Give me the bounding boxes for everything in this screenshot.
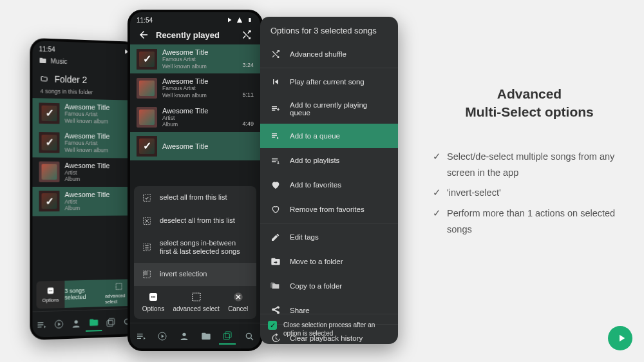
- heart-icon: [270, 180, 281, 190]
- tab-artist[interactable]: [176, 328, 193, 345]
- song-row[interactable]: Awesome TitleArtistAlbum: [32, 187, 136, 216]
- tab-queue[interactable]: [133, 328, 149, 345]
- svg-point-6: [75, 320, 78, 324]
- divider: [260, 223, 398, 224]
- advanced-select-icon: [191, 291, 202, 303]
- options-button[interactable]: Options: [142, 291, 164, 312]
- options-icon: [46, 286, 55, 295]
- selection-bar: Options 3 songs selected advanced select: [36, 279, 132, 309]
- song-title: Awesome Title: [162, 107, 237, 115]
- advanced-option-label: invert selection: [160, 270, 249, 279]
- divider: [260, 68, 398, 68]
- sheet-item[interactable]: Add to playlists: [260, 148, 398, 173]
- album-art: [39, 162, 60, 182]
- song-album: Well known album: [64, 117, 129, 125]
- album-art: [137, 78, 157, 99]
- sheet-item[interactable]: Copy to a folder: [260, 274, 398, 298]
- sheet-item-label: Remove from favorites: [290, 205, 365, 213]
- tab-queue[interactable]: [33, 316, 50, 333]
- svg-rect-4: [116, 283, 122, 289]
- song-meta: Awesome TitleArtistAlbum: [64, 161, 129, 183]
- app-fab-icon: [608, 326, 632, 350]
- song-row[interactable]: Awesome TitleFamous ArtistWell known alb…: [130, 73, 260, 102]
- tab-library[interactable]: [219, 328, 236, 345]
- sheet-item[interactable]: Play after current song: [260, 70, 398, 94]
- song-row[interactable]: Awesome Title: [130, 132, 260, 160]
- options-button[interactable]: Options: [36, 281, 64, 309]
- sheet-item[interactable]: Edit tags: [260, 225, 398, 249]
- tab-library[interactable]: [102, 314, 118, 331]
- shuffle-icon: [270, 49, 281, 59]
- select-icon: [142, 242, 152, 252]
- back-icon[interactable]: [138, 29, 149, 41]
- svg-rect-24: [223, 333, 229, 339]
- song-title: Awesome Title: [162, 142, 254, 150]
- advanced-option[interactable]: invert selection: [134, 263, 256, 286]
- advanced-option-label: select songs in-between first & last sel…: [160, 239, 249, 257]
- album-art: [137, 49, 157, 70]
- folder-outline-icon: [41, 75, 48, 82]
- tab-play[interactable]: [51, 315, 68, 332]
- phone-left: 11:54 Music Folder 2 4 songs in this fol…: [30, 38, 138, 340]
- song-duration: 5:11: [242, 91, 254, 99]
- checkbox-icon[interactable]: ✓: [268, 321, 277, 330]
- song-row[interactable]: Awesome TitleArtistAlbum4:49: [130, 103, 260, 132]
- sheet-item[interactable]: Remove from favorites: [260, 197, 398, 222]
- movefolder-icon: [270, 256, 281, 267]
- phone-center: 11:54 Recently played Awesome TitleFamou…: [128, 10, 263, 351]
- svg-rect-11: [144, 194, 151, 201]
- song-album: Well known album: [64, 147, 129, 155]
- song-artist: Artist: [162, 115, 237, 122]
- tab-play[interactable]: [154, 328, 171, 345]
- advanced-select-panel: select all from this listdeselect all fr…: [134, 186, 256, 319]
- sheet-footer-label: Close selection process after an option …: [283, 321, 390, 338]
- status-time: 11:54: [39, 45, 55, 53]
- svg-point-25: [246, 333, 251, 338]
- song-row[interactable]: Awesome TitleFamous ArtistWell known alb…: [32, 98, 136, 129]
- album-art: [39, 132, 60, 153]
- promo-text: Advanced Multi-Select options Select/de-…: [433, 85, 626, 242]
- sheet-item[interactable]: Add to a queue: [260, 124, 398, 148]
- album-art: [137, 107, 157, 128]
- advanced-option[interactable]: select all from this list: [134, 186, 256, 209]
- song-row[interactable]: Awesome TitleFamous ArtistWell known alb…: [130, 44, 260, 73]
- svg-rect-7: [109, 318, 115, 325]
- queueadd-icon: [270, 104, 281, 114]
- sheet-item[interactable]: Add to currently playing queue: [260, 94, 398, 124]
- sheet-item-label: Play after current song: [290, 78, 365, 86]
- song-meta: Awesome TitleArtistAlbum: [64, 191, 129, 212]
- album-art: [137, 136, 157, 157]
- song-album: Album: [162, 121, 237, 128]
- song-duration: 4:49: [242, 120, 254, 128]
- advanced-option[interactable]: deselect all from this list: [134, 209, 256, 233]
- sheet-title: Options for 3 selected songs: [260, 17, 398, 42]
- song-row[interactable]: Awesome TitleArtistAlbum: [32, 157, 136, 187]
- select-icon: [142, 269, 152, 280]
- promo-bullet: Select/de-select multiple songs from any…: [433, 149, 626, 182]
- svg-rect-23: [225, 332, 231, 338]
- song-row[interactable]: Awesome TitleFamous ArtistWell known alb…: [32, 128, 136, 158]
- sheet-item[interactable]: Advanced shuffle: [260, 42, 398, 66]
- song-album: Album: [64, 205, 129, 212]
- advanced-option[interactable]: select songs in-between first & last sel…: [134, 233, 256, 263]
- advanced-select-button[interactable]: advanced select: [173, 291, 220, 312]
- folder-header: Folder 2: [32, 67, 136, 90]
- playlist-icon: [270, 155, 281, 166]
- playnext-icon: [270, 77, 281, 87]
- svg-point-18: [154, 296, 155, 298]
- cancel-button[interactable]: Cancel: [228, 291, 248, 312]
- sheet-item-label: Edit tags: [290, 233, 319, 241]
- tab-artist[interactable]: [68, 315, 85, 332]
- options-label: Options: [43, 297, 59, 303]
- tab-folder[interactable]: [86, 314, 102, 332]
- sheet-item[interactable]: Move to a folder: [260, 249, 398, 274]
- sheet-footer[interactable]: ✓ Close selection process after an optio…: [260, 314, 398, 344]
- advanced-option-label: deselect all from this list: [160, 216, 249, 225]
- tab-search[interactable]: [241, 328, 258, 345]
- shuffle-icon[interactable]: [241, 29, 252, 41]
- tab-folder[interactable]: [198, 328, 214, 345]
- sheet-item[interactable]: Add to favorites: [260, 173, 398, 197]
- song-duration: 3:24: [242, 62, 254, 70]
- promo-bullets: Select/de-select multiple songs from any…: [433, 149, 626, 238]
- promo-bullet: Perform more than 1 actions on selected …: [433, 205, 626, 238]
